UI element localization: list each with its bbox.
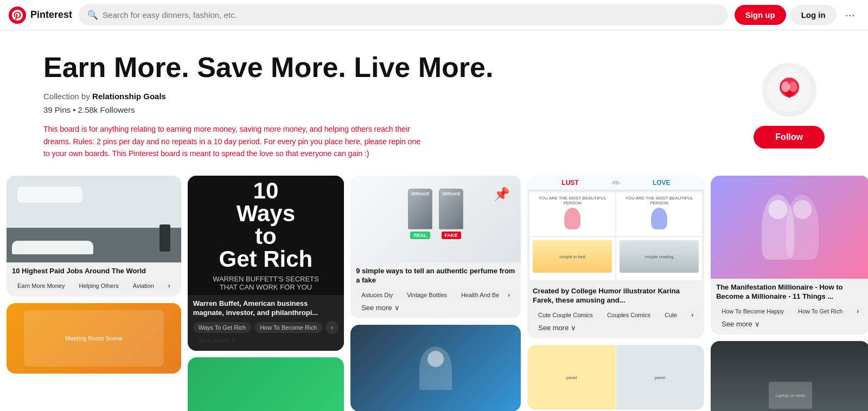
tags-more-button[interactable]: ›	[851, 305, 864, 318]
pin-info-2: Warren Buffet, American business magnate…	[188, 295, 344, 351]
pin-tag[interactable]: Health And Be	[456, 290, 499, 300]
pin-card-rich[interactable]: 10WaystoGet Rich WARREN BUFFETT'S SECRET…	[188, 176, 344, 351]
pin-image-perfume: VERSACE REAL VERSACE FAKE 📌	[350, 176, 521, 262]
pin-tags-4: Cute Couple Comics Couples Comics Cute ›	[533, 309, 699, 322]
pin-tag[interactable]: Astuces Diy	[356, 290, 398, 300]
logo-area[interactable]: Pinterest	[9, 7, 72, 24]
pin-tag[interactable]: How To Become Rich	[254, 322, 322, 333]
more-options-button[interactable]: ···	[841, 6, 859, 24]
pin-tags-5: How To Become Happy How To Get Rich ›	[716, 305, 864, 318]
tags-more-button[interactable]: ›	[163, 279, 176, 292]
see-more-button[interactable]: See more ∨	[716, 318, 765, 330]
pin-column-1: 10 Highest Paid Jobs Around The World Ea…	[7, 176, 181, 411]
pin-info-3: 9 simple ways to tell an authentic perfu…	[350, 262, 521, 318]
signup-button[interactable]: Sign up	[735, 5, 786, 25]
pin-tag[interactable]: How To Become Happy	[716, 306, 789, 317]
chevron-down-icon: ∨	[755, 320, 760, 328]
app-name: Pinterest	[30, 9, 72, 21]
pin-title-4: Created by College Humor illustrator Kar…	[533, 287, 699, 305]
tags-more-button[interactable]: ›	[502, 288, 515, 301]
pin-card-2[interactable]: Meeting Room Scene	[7, 303, 181, 374]
pin-tags-2: Ways To Get Rich How To Become Rich ›	[193, 321, 339, 334]
pin-title-3: 9 simple ways to tell an authentic perfu…	[356, 267, 515, 285]
pin-tag[interactable]: Earn More Money	[12, 280, 70, 291]
search-bar[interactable]: 🔍	[79, 4, 728, 25]
pin-tag[interactable]: Ways To Get Rich	[193, 322, 251, 333]
collection-author: Relationship Goals	[92, 92, 166, 101]
pin-title-2: Warren Buffet, American business magnate…	[193, 299, 339, 318]
pin-info-4: Created by College Humor illustrator Kar…	[527, 282, 704, 338]
pin-card-perfume[interactable]: VERSACE REAL VERSACE FAKE 📌 9 simple way…	[350, 176, 521, 318]
pin-image-car	[7, 176, 181, 262]
see-more-button[interactable]: See more ∨	[533, 322, 582, 334]
pin-card-sundar[interactable]	[350, 325, 521, 411]
collection-meta: Collection by Relationship Goals	[43, 92, 732, 101]
see-more-button[interactable]: See more ∨	[193, 334, 242, 346]
pin-tag[interactable]: Cute	[659, 310, 682, 320]
avatar	[762, 63, 816, 117]
pin-tag[interactable]: Cute Couple Comics	[533, 310, 598, 320]
pin-column-5: The Manifestation Millionaire - How to B…	[711, 176, 868, 411]
chevron-down-icon: ∨	[231, 336, 237, 344]
pin-info-5: The Manifestation Millionaire - How to B…	[711, 279, 868, 335]
search-icon: 🔍	[87, 10, 98, 20]
pin-column-4: LUST -vs- LOVE YOU ARE THE MOST BEAUTIFU…	[527, 176, 704, 411]
login-button[interactable]: Log in	[790, 5, 837, 25]
pin-title: 10 Highest Paid Jobs Around The World	[12, 267, 176, 276]
hero-content: Earn More. Save More. Live More. Collect…	[43, 52, 732, 159]
page-title: Earn More. Save More. Live More.	[43, 52, 732, 83]
header-actions: Sign up Log in ···	[735, 5, 859, 25]
hero-stats: 39 Pins • 2.58k Followers	[43, 105, 732, 114]
pin-image-workspace: Laptop on desk	[711, 341, 868, 411]
pin-tag[interactable]: Helping Others	[73, 280, 124, 291]
pin-card[interactable]: 10 Highest Paid Jobs Around The World Ea…	[7, 176, 181, 297]
pin-column-2: 10WaystoGet Rich WARREN BUFFETT'S SECRET…	[188, 176, 344, 411]
tags-more-button[interactable]: ›	[326, 321, 339, 334]
svg-point-3	[789, 81, 797, 92]
pin-image-meeting: Meeting Room Scene	[7, 303, 181, 374]
pin-title-5: The Manifestation Millionaire - How to B…	[716, 283, 864, 301]
app-header: Pinterest 🔍 Sign up Log in ···	[0, 0, 868, 30]
pin-image-sundar	[350, 325, 521, 411]
collection-label: Collection by	[43, 92, 90, 101]
tags-more-button[interactable]: ›	[686, 309, 699, 322]
search-input[interactable]	[103, 10, 719, 20]
chevron-down-icon: ∨	[571, 324, 576, 332]
pin-card-workspace[interactable]: Laptop on desk	[711, 341, 868, 411]
hero-avatar-area: Follow	[754, 52, 825, 149]
pin-image-comic: LUST -vs- LOVE YOU ARE THE MOST BEAUTIFU…	[527, 176, 704, 282]
pin-card-comic[interactable]: LUST -vs- LOVE YOU ARE THE MOST BEAUTIFU…	[527, 176, 704, 338]
hero-section: Earn More. Save More. Live More. Collect…	[0, 30, 868, 176]
pin-card-green[interactable]	[188, 357, 344, 411]
avatar-image	[768, 68, 811, 112]
svg-point-2	[781, 81, 790, 92]
pin-tag[interactable]: How To Get Rich	[793, 306, 848, 317]
follow-button[interactable]: Follow	[754, 126, 825, 149]
pin-tags-3: Astuces Diy Vintage Bottles Health And B…	[356, 288, 515, 301]
pinterest-logo-icon[interactable]	[9, 7, 26, 24]
chevron-down-icon: ∨	[394, 304, 400, 312]
pin-tag[interactable]: Aviation	[127, 280, 159, 291]
see-more-button[interactable]: See more ∨	[356, 301, 405, 314]
pin-tag[interactable]: Vintage Bottles	[401, 290, 452, 300]
card-text: 10WaystoGet Rich WARREN BUFFETT'S SECRET…	[213, 179, 319, 291]
pin-column-3: VERSACE REAL VERSACE FAKE 📌 9 simple way…	[350, 176, 521, 411]
pin-tag[interactable]: Couples Comics	[602, 310, 656, 320]
pin-grid: 10 Highest Paid Jobs Around The World Ea…	[0, 176, 868, 411]
pin-card-fashion[interactable]: The Manifestation Millionaire - How to B…	[711, 176, 868, 335]
pin-image-fashion	[711, 176, 868, 279]
pin-card-comic-2[interactable]: panel panel	[527, 345, 704, 410]
pin-info: 10 Highest Paid Jobs Around The World Ea…	[7, 262, 181, 297]
pin-image-getrich: 10WaystoGet Rich WARREN BUFFETT'S SECRET…	[188, 176, 344, 295]
hero-description: This board is for anything relating to e…	[43, 123, 423, 159]
pin-tags: Earn More Money Helping Others Aviation …	[12, 279, 176, 292]
